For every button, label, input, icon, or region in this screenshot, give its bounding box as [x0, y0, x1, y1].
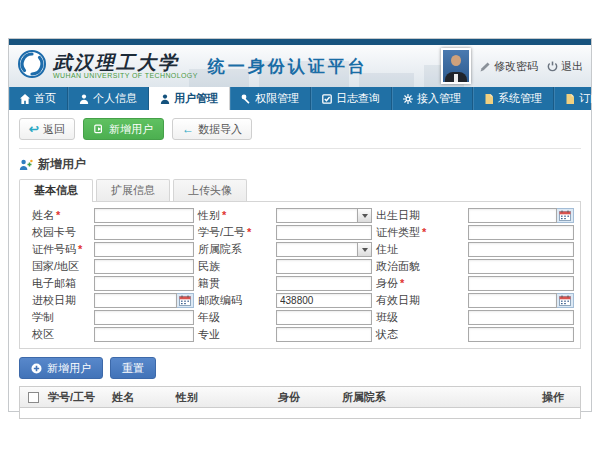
- valid-date-input[interactable]: [468, 293, 557, 308]
- calendar-icon[interactable]: [557, 293, 574, 308]
- nav-item-home[interactable]: 首页: [9, 87, 68, 110]
- id-number-input[interactable]: [94, 242, 194, 257]
- gender-select[interactable]: [276, 208, 358, 223]
- logout-link[interactable]: 退出: [547, 59, 583, 74]
- submit-add-user-button[interactable]: 新增用户: [19, 357, 103, 379]
- country-input[interactable]: [94, 259, 194, 274]
- id-type-label: 证件类型*: [376, 225, 464, 240]
- birth-date-input[interactable]: [468, 208, 557, 223]
- gender-label: 性别*: [198, 208, 272, 223]
- enroll-date-input[interactable]: [94, 293, 177, 308]
- nav-item-access-management[interactable]: 接入管理: [392, 87, 473, 110]
- nav-item-system-management[interactable]: 系统管理: [473, 87, 554, 110]
- back-arrow-icon: ↩: [29, 124, 39, 134]
- student-id-input[interactable]: [276, 225, 372, 240]
- form-row: 进校日期 邮政编码 有效日期: [32, 292, 572, 309]
- calendar-icon[interactable]: [177, 293, 194, 308]
- department-label: 所属院系: [198, 242, 272, 257]
- status-label: 状态: [376, 327, 464, 342]
- political-status-input[interactable]: [468, 259, 574, 274]
- document-icon: [484, 94, 494, 104]
- toolbar: ↩ 返回 新增用户 ← 数据导入: [19, 118, 581, 140]
- tab-extended-info[interactable]: 扩展信息: [96, 179, 170, 201]
- reset-button[interactable]: 重置: [110, 357, 156, 379]
- reset-label: 重置: [122, 361, 144, 376]
- add-user-section-icon: [19, 159, 33, 171]
- campus-input[interactable]: [94, 327, 194, 342]
- address-input[interactable]: [468, 242, 574, 257]
- logout-label: 退出: [561, 59, 583, 74]
- back-label: 返回: [43, 122, 65, 137]
- address-label: 住址: [376, 242, 464, 257]
- country-label: 国家/地区: [32, 259, 90, 274]
- user-avatar[interactable]: [441, 48, 471, 84]
- native-place-label: 籍贯: [198, 276, 272, 291]
- person-icon: [79, 94, 89, 104]
- nav-label: 首页: [34, 91, 56, 106]
- form-tabs: 基本信息 扩展信息 上传头像: [19, 179, 581, 201]
- nav-label: 用户管理: [174, 91, 218, 106]
- back-button[interactable]: ↩ 返回: [19, 118, 75, 140]
- status-input[interactable]: [468, 327, 574, 342]
- nav-label: 权限管理: [255, 91, 299, 106]
- major-input[interactable]: [276, 327, 372, 342]
- id-type-input[interactable]: [468, 225, 574, 240]
- native-place-input[interactable]: [276, 276, 372, 291]
- col-student-id: 学号/工号: [46, 390, 110, 405]
- plus-circle-icon: [31, 363, 42, 374]
- change-password-link[interactable]: 修改密码: [480, 59, 538, 74]
- tab-basic-info[interactable]: 基本信息: [19, 179, 93, 202]
- postal-code-input[interactable]: [276, 293, 372, 308]
- add-user-label: 新增用户: [109, 122, 153, 137]
- schooling-length-label: 学制: [32, 310, 90, 325]
- class-label: 班级: [376, 310, 464, 325]
- ethnicity-label: 民族: [198, 259, 272, 274]
- section-title: 新增用户: [38, 156, 86, 173]
- form-row: 校园卡号 学号/工号* 证件类型*: [32, 224, 572, 241]
- calendar-icon[interactable]: [557, 208, 574, 223]
- change-password-label: 修改密码: [494, 59, 538, 74]
- avatar-shirt: [454, 74, 458, 82]
- pencil-icon: [480, 61, 491, 72]
- col-identity: 身份: [276, 390, 340, 405]
- nav-item-user-management[interactable]: 用户管理: [149, 87, 230, 110]
- chevron-down-icon[interactable]: [358, 208, 372, 223]
- class-input[interactable]: [468, 310, 574, 325]
- col-name: 姓名: [110, 390, 174, 405]
- header: 武汉理工大学 WUHAN UNIVERSITY OF TECHNOLOGY 统一…: [9, 45, 591, 87]
- form-row: 学制 年级 班级: [32, 309, 572, 326]
- tab-upload-avatar[interactable]: 上传头像: [173, 179, 247, 201]
- grade-label: 年级: [198, 310, 272, 325]
- nav-item-subscription-management[interactable]: 订阅管理: [554, 87, 600, 110]
- university-name-cn: 武汉理工大学: [53, 53, 198, 72]
- nav-item-log-query[interactable]: 日志查询: [311, 87, 392, 110]
- key-icon: [241, 94, 251, 104]
- data-import-button[interactable]: ← 数据导入: [172, 118, 252, 140]
- email-input[interactable]: [94, 276, 194, 291]
- name-input[interactable]: [94, 208, 194, 223]
- identity-input[interactable]: [468, 276, 574, 291]
- student-id-label: 学号/工号*: [198, 225, 272, 240]
- grade-input[interactable]: [276, 310, 372, 325]
- home-icon: [20, 94, 30, 104]
- user-table: 学号/工号 姓名 性别 身份 所属院系 操作: [19, 386, 581, 419]
- nav-label: 订阅管理: [579, 91, 600, 106]
- col-actions: 操作: [540, 390, 580, 405]
- avatar-head: [451, 55, 461, 66]
- data-import-label: 数据导入: [198, 122, 242, 137]
- document-icon: [565, 94, 575, 104]
- department-select[interactable]: [276, 242, 358, 257]
- email-label: 电子邮箱: [32, 276, 90, 291]
- campus-card-input[interactable]: [94, 225, 194, 240]
- select-all-checkbox[interactable]: [28, 392, 39, 403]
- add-user-toolbar-button[interactable]: 新增用户: [83, 118, 164, 140]
- form-row: 国家/地区 民族 政治面貌: [32, 258, 572, 275]
- platform-title: 统一身份认证平台: [208, 55, 368, 78]
- nav-item-personal-info[interactable]: 个人信息: [68, 87, 149, 110]
- schooling-length-input[interactable]: [94, 310, 194, 325]
- chevron-down-icon[interactable]: [358, 242, 372, 257]
- nav-item-permission-management[interactable]: 权限管理: [230, 87, 311, 110]
- nav-label: 接入管理: [417, 91, 461, 106]
- birth-date-label: 出生日期: [376, 208, 464, 223]
- ethnicity-input[interactable]: [276, 259, 372, 274]
